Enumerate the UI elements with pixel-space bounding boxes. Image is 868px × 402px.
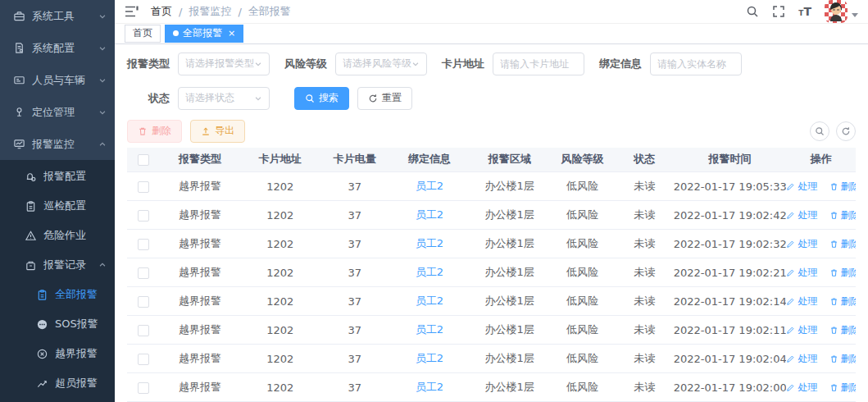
header-status: 状态	[616, 148, 674, 172]
active-dot	[173, 30, 179, 36]
alarm-type-select[interactable]: 请选择报警类型	[178, 53, 270, 75]
delete-action[interactable]: 删除	[829, 295, 856, 308]
breadcrumb: 首页 / 报警监控 / 全部报警	[151, 4, 291, 19]
tab-all-alarms[interactable]: 全部报警 ×	[165, 25, 243, 43]
table-row: 越界报警 1202 37 员工2 办公楼1层 低风险 未读 2022-01-17…	[127, 287, 856, 316]
delete-action[interactable]: 删除	[829, 266, 856, 280]
bind-info-link[interactable]: 员工2	[416, 323, 443, 336]
sidebar-item-alarm-records[interactable]: 报警记录	[0, 250, 115, 280]
sidebar-item-sos-alarms[interactable]: SOS报警	[0, 309, 115, 339]
cell-risk-level: 低风险	[550, 172, 616, 201]
breadcrumb-home[interactable]: 首页	[151, 4, 172, 19]
header-bind-info: 绑定信息	[389, 148, 470, 172]
avatar[interactable]	[825, 0, 848, 23]
status-select[interactable]: 请选择状态	[178, 87, 270, 110]
chevron-up-icon	[98, 140, 107, 148]
delete-action[interactable]: 删除	[829, 381, 856, 395]
sidebar-item-location-mgmt[interactable]: 定位管理	[0, 96, 115, 128]
font-size-icon[interactable]: TT	[798, 6, 811, 17]
handle-action[interactable]: 处理	[786, 266, 817, 280]
sidebar-item-label: 定位管理	[32, 105, 98, 120]
filter-label: 报警类型	[127, 57, 170, 71]
delete-action[interactable]: 删除	[829, 237, 856, 251]
bind-info-link[interactable]: 员工2	[416, 352, 443, 364]
action-label: 删除	[841, 323, 856, 337]
cell-alarm-area: 办公楼1层	[470, 230, 550, 258]
search-icon[interactable]	[746, 5, 759, 18]
handle-action[interactable]: 处理	[786, 237, 817, 251]
risk-level-select[interactable]: 请选择风险等级	[335, 53, 427, 75]
sidebar-item-overcapacity-alarms[interactable]: 超员报警	[0, 368, 115, 398]
sidebar-item-patrol-config[interactable]: 巡检配置	[0, 191, 115, 221]
cell-alarm-time: 2022-01-17 19:05:33	[674, 172, 787, 201]
breadcrumb-alarm-monitor[interactable]: 报警监控	[189, 4, 231, 19]
delete-action[interactable]: 删除	[829, 352, 856, 366]
row-checkbox[interactable]	[138, 239, 149, 250]
row-checkbox[interactable]	[138, 210, 149, 222]
sidebar-item-alarm-config[interactable]: 报警配置	[0, 162, 115, 191]
sidebar-item-all-alarms[interactable]: 全部报警	[0, 280, 115, 309]
delete-action[interactable]: 删除	[829, 180, 856, 194]
cell-alarm-type: 越界报警	[160, 201, 240, 230]
trash-icon	[829, 383, 838, 392]
bind-info-link[interactable]: 员工2	[416, 180, 443, 192]
row-checkbox[interactable]	[138, 325, 149, 336]
cell-status: 未读	[616, 345, 674, 373]
cell-alarm-time: 2022-01-17 19:02:00	[674, 373, 787, 402]
export-button[interactable]: 导出	[190, 120, 245, 143]
bind-info-link[interactable]: 员工2	[416, 266, 443, 278]
sidebar-item-label: 报警监控	[32, 137, 98, 152]
sidebar-item-people-vehicles[interactable]: 人员与车辆	[0, 64, 115, 96]
delete-action[interactable]: 删除	[829, 323, 856, 337]
handle-action[interactable]: 处理	[786, 381, 817, 395]
breadcrumb-separator: /	[179, 6, 182, 18]
row-checkbox[interactable]	[138, 267, 149, 279]
cell-alarm-type: 越界报警	[160, 258, 240, 287]
header-risk-level: 风险等级	[550, 148, 616, 172]
bind-info-link[interactable]: 员工2	[416, 237, 443, 249]
tab-close-icon[interactable]: ×	[228, 28, 235, 39]
card-address-input[interactable]	[493, 53, 584, 75]
search-button[interactable]: 搜索	[294, 87, 349, 110]
table-body: 越界报警 1202 37 员工2 办公楼1层 低风险 未读 2022-01-17…	[127, 172, 856, 402]
row-checkbox[interactable]	[138, 382, 149, 394]
reset-button[interactable]: 重置	[357, 87, 412, 110]
handle-action[interactable]: 处理	[786, 295, 817, 308]
sidebar-fold-icon[interactable]	[125, 5, 139, 18]
tab-home[interactable]: 首页	[125, 25, 161, 43]
breadcrumb-current: 全部报警	[248, 4, 291, 19]
bind-info-link[interactable]: 员工2	[416, 208, 443, 221]
sidebar-item-dangerous-work[interactable]: 危险作业	[0, 221, 115, 250]
filter-label: 风险等级	[284, 57, 327, 71]
delete-action[interactable]: 删除	[829, 208, 856, 222]
bind-info-link[interactable]: 员工2	[416, 381, 443, 393]
handle-action[interactable]: 处理	[786, 180, 817, 194]
handle-action[interactable]: 处理	[786, 352, 817, 366]
fullscreen-icon[interactable]	[772, 5, 785, 18]
tab-label: 首页	[133, 26, 152, 40]
bind-info-link[interactable]: 员工2	[416, 295, 443, 307]
sidebar-item-alarm-monitor[interactable]: 报警监控	[0, 128, 115, 160]
cell-alarm-type: 越界报警	[160, 230, 240, 258]
handle-action[interactable]: 处理	[786, 323, 817, 337]
header-card-address: 卡片地址	[240, 148, 320, 172]
sidebar-item-boundary-alarms[interactable]: 越界报警	[0, 339, 115, 368]
select-all-checkbox[interactable]	[138, 154, 149, 166]
filter-row-1: 报警类型 请选择报警类型 风险等级 请选择风险等级 卡片地址	[127, 53, 856, 75]
handle-action[interactable]: 处理	[786, 208, 817, 222]
row-checkbox[interactable]	[138, 296, 149, 308]
cell-risk-level: 低风险	[550, 287, 616, 316]
clipboard-icon	[36, 289, 48, 301]
search-icon	[305, 94, 315, 103]
bind-info-input[interactable]	[650, 53, 742, 75]
refresh-button[interactable]	[836, 121, 856, 141]
user-menu[interactable]	[825, 0, 858, 23]
delete-button[interactable]: 删除	[127, 120, 182, 143]
toggle-search-button[interactable]	[810, 121, 829, 141]
row-checkbox[interactable]	[138, 354, 149, 365]
chevron-down-icon	[411, 60, 420, 68]
cell-status: 未读	[616, 230, 674, 258]
sidebar-item-system-tools[interactable]: 系统工具	[0, 0, 115, 32]
row-checkbox[interactable]	[138, 181, 149, 193]
sidebar-item-system-config[interactable]: 系统配置	[0, 32, 115, 64]
